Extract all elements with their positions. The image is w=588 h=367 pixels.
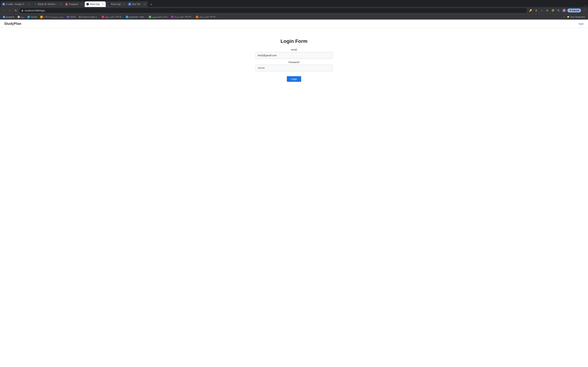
bookmark-or-favicon: T	[196, 16, 198, 18]
email-input[interactable]	[256, 52, 332, 59]
other-bookmarks-folder[interactable]: 📁 Other Bookmarks	[566, 15, 587, 18]
bookmark-or[interactable]: T دانلود سریال The Or...	[194, 15, 219, 18]
tab-reactapp1-label: React App	[90, 3, 100, 5]
bookmark-si[interactable]: T دانلود سریال The Si...	[100, 15, 124, 18]
puzzle-icon[interactable]: 🔌	[556, 8, 561, 13]
email-form-group: email	[0, 48, 588, 59]
tab-bar: G in sqlite - Google Search ✕ S SQLite I…	[0, 0, 588, 7]
bookmark-powershell-favicon: P	[126, 16, 128, 18]
bookmark-clockify-label: Clockify	[30, 16, 37, 18]
bookmark-samaneh[interactable]: S سامانه جامع آموزش	[147, 15, 169, 18]
new-tab-button[interactable]: +	[148, 2, 154, 7]
tab-google-close[interactable]: ✕	[28, 3, 30, 6]
tab-newtab-label: New Tab	[132, 3, 142, 5]
toolbar-right: 🔑 ⬆ ☆ ⚙ 🧩 🔌 P ⏸ Paused ⋮	[528, 8, 587, 13]
tab-newtab-close[interactable]: ✕	[143, 3, 146, 6]
tab-instagram[interactable]: I Instagram ✕	[64, 1, 85, 7]
svg-rect-0	[22, 10, 23, 11]
bookmark-razim-favicon: R	[17, 16, 20, 18]
bookmark-googlejob-label: googlejob	[6, 16, 14, 18]
bookmark-license[interactable]: L license is active u...	[77, 15, 100, 18]
password-form-group: Password	[0, 61, 588, 71]
tab-google-favicon: G	[2, 3, 5, 5]
app-logo: StudyPlan	[4, 22, 21, 26]
tab-reactapp2-close[interactable]: ✕	[122, 3, 125, 6]
tab-reactapp2-label: React App	[111, 3, 121, 5]
reload-button[interactable]: ↻	[13, 8, 18, 13]
tab-reactapp2-favicon: ⚛	[107, 3, 110, 5]
settings-icon[interactable]: ⚙	[545, 8, 550, 13]
login-button[interactable]: Login	[287, 76, 301, 82]
bookmark-tw[interactable]: T دانلود سریال The Tw...	[170, 15, 194, 18]
tab-sqlite-favicon: S	[34, 3, 36, 5]
nav-login-link[interactable]: login	[579, 22, 584, 25]
email-label: email	[291, 48, 297, 51]
bookmark-cecm-label: CECM	[70, 16, 75, 18]
tab-sqlite-label: SQLite IN: Determine a Value M...	[37, 3, 58, 5]
bookmark-dars-label: درس: ریزپردازنده 1 (3...)	[43, 16, 63, 18]
bookmark-samaneh-favicon: S	[149, 16, 151, 18]
bookmark-powershell-label: powershell - Dete...	[129, 16, 146, 18]
upload-icon[interactable]: ⬆	[534, 8, 539, 13]
login-container: Login Form email Password Login	[0, 28, 588, 82]
bookmark-or-label: دانلود سریال The Or...	[199, 16, 217, 18]
tab-list-button[interactable]: ⌄	[583, 4, 588, 7]
page-content: StudyPlan login Login Form email Passwor…	[0, 20, 588, 367]
bookmark-powershell[interactable]: P powershell - Dete...	[124, 15, 147, 18]
forward-button[interactable]: →	[7, 8, 12, 13]
bookmark-clockify-favicon: C	[27, 16, 30, 18]
extension-icon[interactable]: 🧩	[551, 8, 555, 13]
tab-instagram-close[interactable]: ✕	[80, 3, 83, 6]
folder-icon: 📁	[567, 16, 570, 18]
bookmark-license-favicon: L	[79, 16, 81, 18]
tab-google-label: in sqlite - Google Search	[6, 3, 26, 5]
address-text: localhost:3000/login	[25, 9, 525, 12]
other-bookmarks-label: Other Bookmarks	[570, 16, 585, 18]
bookmark-razim[interactable]: R رژیم	[16, 15, 26, 18]
address-bar[interactable]: localhost:3000/login	[19, 8, 527, 13]
tab-reactapp1-favicon: ⚛	[86, 3, 89, 5]
app-header: StudyPlan login	[0, 20, 588, 28]
tab-instagram-favicon: I	[65, 3, 68, 5]
bookmark-tw-label: دانلود سریال The Tw...	[174, 16, 193, 18]
bookmarks-more-button[interactable]: »	[562, 16, 565, 18]
bookmark-si-label: دانلود سریال The Si...	[105, 16, 123, 18]
star-icon[interactable]: ☆	[539, 8, 544, 13]
bookmark-googlejob[interactable]: G googlejob	[1, 15, 16, 18]
password-input[interactable]	[256, 65, 332, 71]
tab-newtab-favicon: ✦	[129, 3, 131, 5]
browser-chrome: G in sqlite - Google Search ✕ S SQLite I…	[0, 0, 588, 20]
tab-sqlite-close[interactable]: ✕	[59, 3, 62, 6]
bookmark-si-favicon: T	[102, 16, 104, 18]
lock-icon	[21, 9, 24, 12]
browser-toolbar: ← → ↻ localhost:3000/login 🔑 ⬆ ☆ ⚙ 🧩 🔌 P…	[0, 7, 588, 14]
profile-icon[interactable]: P	[562, 8, 567, 13]
bookmark-googlejob-favicon: G	[3, 16, 5, 18]
paused-label: ⏸ Paused	[569, 9, 579, 12]
tab-reactapp1[interactable]: ⚛ React App ✕	[85, 1, 106, 7]
back-button[interactable]: ←	[1, 8, 6, 13]
bookmark-razim-label: رژیم	[21, 16, 24, 18]
tab-reactapp2[interactable]: ⚛ React App ✕	[106, 1, 127, 7]
tab-instagram-label: Instagram	[69, 3, 79, 5]
bookmark-cecm[interactable]: C CECM	[65, 15, 77, 18]
paused-button[interactable]: ⏸ Paused	[567, 8, 581, 12]
tab-reactapp1-close[interactable]: ✕	[101, 3, 104, 6]
bookmark-dars-favicon: D	[40, 16, 43, 18]
tab-google[interactable]: G in sqlite - Google Search ✕	[1, 1, 32, 7]
tab-sqlite[interactable]: S SQLite IN: Determine a Value M... ✕	[32, 1, 64, 7]
bookmark-license-label: license is active u...	[82, 16, 98, 18]
login-title: Login Form	[281, 38, 307, 44]
bookmark-dars[interactable]: D درس: ریزپردازنده 1 (3...)	[39, 15, 65, 18]
bookmark-clockify[interactable]: C Clockify	[26, 15, 39, 18]
bookmark-cecm-favicon: C	[67, 16, 69, 18]
bookmark-samaneh-label: سامانه جامع آموزش	[152, 16, 168, 18]
key-icon[interactable]: 🔑	[528, 8, 533, 13]
tab-newtab[interactable]: ✦ New Tab ✕	[127, 1, 148, 7]
bookmark-tw-favicon: T	[171, 16, 173, 18]
menu-button[interactable]: ⋮	[582, 8, 587, 13]
bookmarks-bar: G googlejob R رژیم C Clockify D درس: ریز…	[0, 14, 588, 20]
password-label: Password	[289, 61, 299, 64]
